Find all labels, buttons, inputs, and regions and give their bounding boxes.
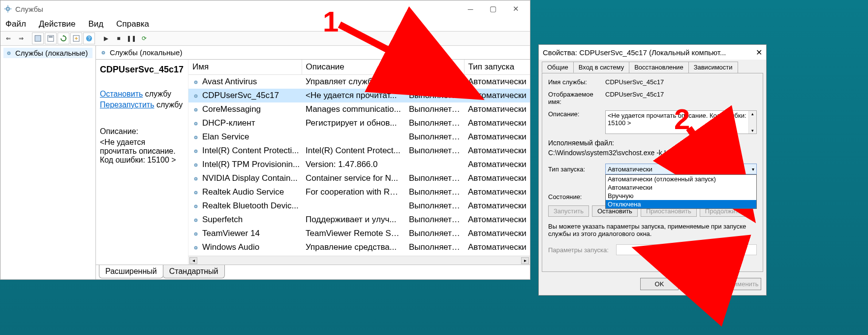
table-row[interactable]: Windows AudioУправление средства...Выпол… [188, 240, 530, 254]
tab-general[interactable]: Общие [542, 62, 574, 73]
tree-item-services-local[interactable]: Службы (локальные) [3, 48, 93, 58]
stop-service-rest: службу [143, 90, 171, 98]
pause-icon[interactable]: ❚❚ [125, 33, 137, 44]
cancel-button[interactable]: Отмена [682, 278, 720, 290]
apply-button[interactable]: Применить [723, 278, 761, 290]
table-row[interactable]: DHCP-клиентРегистрирует и обнов...Выполн… [188, 116, 530, 130]
cell-name: CoreMessaging [202, 104, 261, 114]
tab-standard[interactable]: Стандартный [163, 265, 225, 278]
play-icon[interactable]: ▶ [100, 33, 112, 44]
bottom-tabs: Расширенный Стандартный [96, 265, 530, 279]
svg-point-41 [195, 247, 196, 248]
svg-point-37 [195, 219, 196, 220]
list-header: Службы (локальные) [96, 46, 530, 60]
tab-dependencies[interactable]: Зависимости [688, 62, 738, 73]
svg-point-15 [103, 52, 104, 53]
dropdown-option[interactable]: Отключена [606, 200, 756, 208]
menu-action[interactable]: Действие [37, 18, 78, 30]
dialog-title: Свойства: CDPUserSvc_45c17 (Локальный ко… [543, 48, 726, 57]
startup-type-combobox[interactable]: Автоматически ▾ Автоматически (отложенны… [605, 164, 757, 174]
tab-recovery[interactable]: Восстановление [629, 62, 688, 73]
dialog-tabs: Общие Вход в систему Восстановление Зави… [539, 60, 766, 73]
cell-startup: Автоматически [464, 130, 530, 144]
cell-state: Выполняется [405, 74, 464, 89]
table-row[interactable]: Elan ServiceВыполняетсяАвтоматически [188, 130, 530, 144]
tab-logon[interactable]: Вход в систему [573, 62, 629, 73]
cell-startup: Автоматически [464, 227, 530, 240]
description-textarea[interactable]: <Не удается прочитать описание. Код ошиб… [605, 110, 757, 134]
dropdown-option[interactable]: Вручную [606, 192, 756, 200]
col-state[interactable]: Состояние [405, 60, 464, 74]
stop-service-link[interactable]: Остановить [100, 90, 143, 98]
table-row[interactable]: Realtek Bluetooth Devic...ВыполняетсяАвт… [188, 199, 530, 213]
scroll-left-icon[interactable]: ◂ [189, 257, 197, 264]
table-row[interactable]: Intel(R) Content Protecti...Intel(R) Con… [188, 144, 530, 158]
cell-state: Выполняется [405, 144, 464, 158]
nav-forward-icon[interactable]: ⇒ [15, 33, 27, 44]
menu-view[interactable]: Вид [87, 18, 106, 30]
toolbar-btn-2[interactable] [45, 33, 57, 44]
restart-service-link[interactable]: Перезапустить [100, 100, 155, 109]
combobox-selected: Автоматически [608, 166, 652, 173]
menu-file[interactable]: Файл [3, 18, 28, 30]
cell-state: Выполняется [405, 89, 464, 102]
col-name[interactable]: Имя [188, 60, 302, 74]
maximize-button[interactable]: ▢ [482, 1, 504, 16]
menu-help[interactable]: Справка [114, 18, 151, 30]
cell-desc: Container service for N... [302, 171, 405, 185]
stop-icon[interactable]: ■ [113, 33, 124, 44]
tab-extended[interactable]: Расширенный [99, 265, 163, 278]
gear-icon [192, 134, 199, 140]
start-button[interactable]: Запустить [548, 205, 589, 217]
cell-state: Выполняется [405, 102, 464, 116]
gear-icon [192, 106, 199, 113]
description-label: Описание: [100, 127, 184, 136]
svg-rect-6 [35, 35, 41, 41]
col-startup[interactable]: Тип запуска [464, 60, 530, 74]
table-row[interactable]: Realtek Audio ServiceFor cooperation wit… [188, 185, 530, 199]
toolbar-btn-1[interactable] [32, 33, 44, 44]
svg-point-27 [195, 150, 196, 151]
scroll-right-icon[interactable]: ▸ [521, 257, 529, 264]
table-row[interactable]: SuperfetchПоддерживает и улуч...Выполняе… [188, 213, 530, 227]
cell-startup: Автоматически [464, 89, 530, 102]
close-button[interactable]: ✕ [504, 1, 527, 16]
cell-name: Realtek Bluetooth Devic... [202, 201, 299, 211]
minimize-button[interactable]: ─ [459, 1, 482, 16]
cell-name: Superfetch [202, 215, 243, 225]
cell-startup: Автоматически [464, 102, 530, 116]
table-row[interactable]: NVIDIA Display Contain...Container servi… [188, 171, 530, 185]
table-row[interactable]: Intel(R) TPM Provisionin...Version: 1.47… [188, 158, 530, 171]
table-row[interactable]: CoreMessagingManages communicatio...Выпо… [188, 102, 530, 116]
col-desc[interactable]: Описание [302, 60, 405, 74]
scroll-down-icon[interactable]: ▾ [751, 128, 754, 133]
list-header-label: Службы (локальные) [110, 48, 182, 57]
cell-desc: Регистрирует и обнов... [302, 116, 405, 130]
ok-button[interactable]: OK [640, 278, 679, 290]
cell-desc [302, 130, 405, 144]
dialog-footer: OK Отмена Применить [539, 275, 766, 295]
toolbar-export-icon[interactable] [70, 33, 82, 44]
table-row[interactable]: TeamViewer 14TeamViewer Remote Sof...Вып… [188, 227, 530, 240]
toolbar-help-icon[interactable]: ? [83, 33, 95, 44]
scroll-up-icon[interactable]: ▴ [751, 111, 754, 116]
nav-back-icon[interactable]: ⇐ [2, 33, 14, 44]
start-params-input[interactable] [616, 244, 757, 255]
gear-icon [100, 49, 107, 56]
dropdown-option[interactable]: Автоматически (отложенный запуск) [606, 175, 756, 183]
cell-startup: Автоматически [464, 213, 530, 227]
dropdown-option[interactable]: Автоматически [606, 183, 756, 192]
table-row[interactable]: CDPUserSvc_45c17<Не удается прочитат...В… [188, 89, 530, 102]
cell-desc [302, 199, 405, 213]
toolbar-refresh-icon[interactable] [58, 33, 69, 44]
svg-rect-7 [48, 35, 54, 41]
vertical-scrollbar[interactable]: ▴▾ [748, 111, 756, 134]
cell-desc: Manages communicatio... [302, 102, 405, 116]
gear-icon [192, 216, 199, 223]
table-row[interactable]: Avast AntivirusУправляет службами а...Вы… [188, 74, 530, 89]
horizontal-scrollbar[interactable]: ◂ ▸ [188, 256, 530, 265]
dialog-close-icon[interactable]: ✕ [756, 48, 762, 57]
svg-point-17 [195, 81, 196, 82]
cell-state: Выполняется [405, 130, 464, 144]
restart-icon[interactable]: ⟳ [138, 33, 150, 44]
